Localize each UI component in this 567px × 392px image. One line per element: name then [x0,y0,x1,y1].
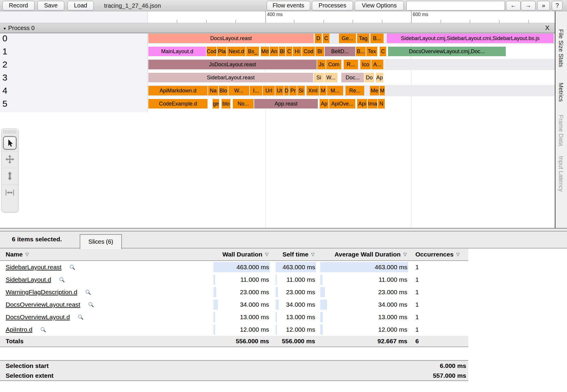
trace-slice[interactable]: B... [356,47,366,56]
trace-slice[interactable]: SidebarLayout.reast [148,73,313,82]
trace-slice[interactable]: N [378,99,385,108]
trace-slice[interactable]: Re... [345,86,364,95]
load-button[interactable]: Load [67,1,94,10]
column-header-average-wall-duration[interactable]: Average Wall Duration▽ [320,251,408,258]
process-title[interactable]: ▾Process 0 [4,25,34,32]
trace-slice[interactable]: Tex [366,47,377,56]
trace-slice[interactable]: M [380,86,385,95]
trace-slice[interactable]: BeltD... [325,47,355,56]
chevrons-button[interactable]: » [537,1,550,10]
process-close-button[interactable]: X [545,24,549,32]
trace-slice[interactable]: Doc... [341,73,364,82]
trace-slice[interactable]: M... [327,86,343,95]
sidebar-tab-metrics[interactable]: Metrics [557,83,564,102]
trace-slice[interactable]: I... [250,86,262,95]
trace-slice[interactable]: blo [222,99,230,108]
search-input[interactable] [406,1,505,10]
trace-slice[interactable]: C [380,47,386,56]
trace-slice[interactable]: Api [357,99,367,108]
column-header-occurrences[interactable]: Occurrences▽ [413,251,468,258]
trace-slice[interactable]: Bl [279,47,285,56]
trace-slice[interactable]: C [323,34,329,43]
column-header-wall-duration[interactable]: Wall Duration▽ [213,251,270,258]
trace-slice[interactable]: Blo [219,86,228,95]
trace-slice[interactable]: Ap [320,99,329,108]
trace-slice[interactable]: Na [208,86,218,95]
trace-slice[interactable]: Md [261,47,269,56]
record-button[interactable]: Record [2,1,34,10]
trace-slice[interactable]: Tag [357,34,369,43]
trace-slice[interactable]: JsDocsLayout.reast [148,60,317,69]
trace-slice[interactable]: Ima [368,99,377,108]
trace-slice[interactable]: Com [326,60,341,69]
trace-slice[interactable]: SidebarLayout.cmj,SidebarLayout.cmi,Side… [387,34,554,43]
trace-slice[interactable]: R... [344,60,358,69]
trace-slice[interactable]: A... [371,60,383,69]
trace-slice[interactable]: ApiMarkdown.d [148,86,208,95]
magnifier-icon[interactable] [40,327,46,333]
palette-grip-handle[interactable] [4,130,16,133]
pan-tool-button[interactable] [1,151,18,168]
find-previous-button[interactable]: ← [506,1,521,10]
slice-name-link[interactable]: ApiIntro.d [6,326,32,333]
trace-slice[interactable]: ApiOve... [329,99,355,108]
magnifier-icon[interactable] [69,264,76,270]
trace-slice[interactable]: Ap [376,73,383,82]
sidebar-tab-frame-data[interactable]: Frame Data [557,115,564,146]
trace-slice[interactable]: Si [314,73,324,82]
view-options-button[interactable]: View Options [355,1,404,10]
trace-slice[interactable]: MainLayout.d [148,47,206,56]
trace-slice[interactable]: Pla [217,47,227,56]
slice-name-link[interactable]: SidebarLayout.d [6,276,51,283]
magnifier-icon[interactable] [88,302,94,308]
column-header-name[interactable]: Name▽ [0,251,213,258]
trace-slice[interactable]: Next.d [227,47,246,56]
trace-slice[interactable]: W... [324,73,337,82]
magnifier-icon[interactable] [85,289,91,295]
timing-tool-button[interactable] [1,185,18,201]
trace-slice[interactable]: B... [370,34,384,43]
trace-slice[interactable]: DocsLayout.reast [148,34,314,43]
process-header[interactable]: ▾Process 0 X [0,23,555,33]
trace-slice[interactable]: CodeExample.d [148,99,208,108]
trace-slice[interactable]: Xml [307,86,319,95]
trace-slice[interactable]: Me [370,86,379,95]
trace-slice[interactable]: Ge... [339,34,356,43]
magnifier-icon[interactable] [59,277,65,283]
trace-slice[interactable]: C [286,47,292,56]
help-button[interactable]: ? [552,1,563,10]
trace-slice[interactable]: Hi [293,47,301,56]
flow-events-button[interactable]: Flow events [267,1,310,10]
trace-slice[interactable]: D [315,34,322,43]
tab-slices[interactable]: Slices (6) [80,234,122,249]
trace-slice[interactable]: Ut [275,86,284,95]
trace-slice[interactable]: M [320,86,326,95]
trace-slice[interactable]: Cod [302,47,315,56]
selection-tool-button[interactable] [1,135,18,151]
slice-name-link[interactable]: DocsOverviewLayout.reast [6,301,80,308]
trace-slice[interactable]: Url [263,86,275,95]
column-header-self-time[interactable]: Self time▽ [276,251,316,258]
trace-slice[interactable]: No... [233,99,254,108]
find-next-button[interactable]: → [521,1,535,10]
save-button[interactable]: Save [37,1,64,10]
trace-slice[interactable]: App.reast [254,99,318,108]
processes-button[interactable]: Processes [312,1,353,10]
slice-name-link[interactable]: WarningFlagDescription.d [6,289,77,296]
trace-slice[interactable]: Do [365,73,374,82]
sidebar-tab-file-size-stats[interactable]: File Size Stats [557,29,564,67]
pane-divider-handle[interactable] [0,228,567,232]
trace-slice[interactable]: DocsOverviewLayout.cmj,Doc... [388,47,506,56]
magnifier-icon[interactable] [78,314,84,320]
trace-slice[interactable]: Ico [360,60,371,69]
trace-slice[interactable]: Si [297,86,305,95]
collapse-arrow-icon[interactable]: ▾ [4,26,6,31]
trace-slice[interactable]: ge [213,99,219,108]
slice-name-link[interactable]: DocsOverviewLayout.d [6,314,70,321]
trace-slice[interactable]: Bs_ [246,47,259,56]
trace-slice[interactable]: Bl [315,47,324,56]
trace-slice[interactable]: An [270,47,278,56]
trace-slice[interactable]: Pr [289,86,297,95]
slice-name-link[interactable]: SidebarLayout.reast [6,264,62,271]
trace-slice[interactable]: Js [317,60,326,69]
